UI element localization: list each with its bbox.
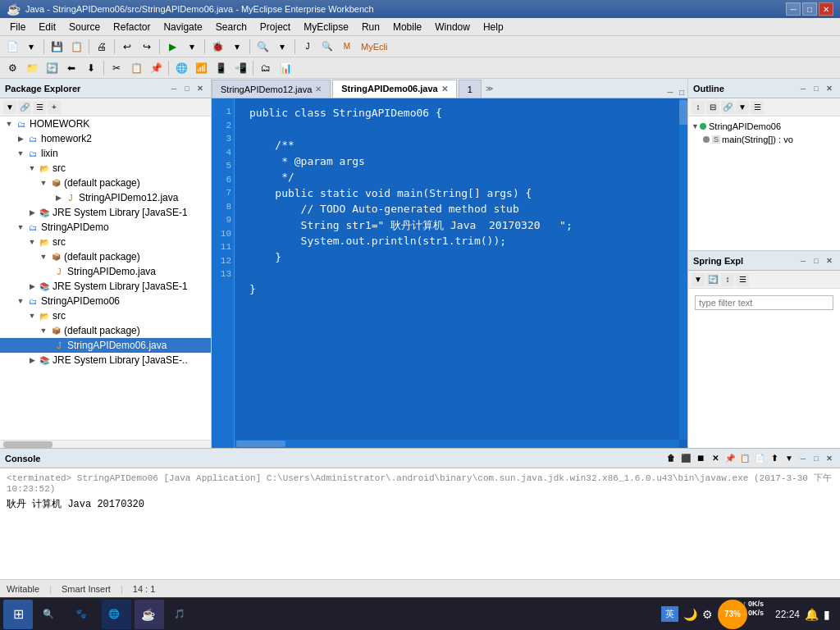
expand-lixin-jre[interactable]: ▶ [26,208,38,217]
spring-maximize-btn[interactable]: □ [810,255,822,267]
tab-close-StringAPIDemo06[interactable]: ✕ [441,84,448,94]
menu-help[interactable]: Help [477,20,510,34]
pe-link-btn[interactable]: 🔗 [18,101,31,114]
menu-mobile[interactable]: Mobile [386,20,428,34]
tree-item-StringAPIDemo06-jre[interactable]: ▶ 📚 JRE System Library [JavaSE-.. [0,353,211,368]
tree-item-StringAPIDemo06-project[interactable]: ▼ 🗂 StringAPIDemo06 [0,294,211,308]
outline-sort-btn[interactable]: ↕ [692,101,705,114]
tray-notifications-icon[interactable]: 🔔 [805,608,819,621]
undo-button[interactable]: ↩ [118,38,136,56]
run-button[interactable]: ▶ [163,38,181,56]
toolbar2-btn1[interactable]: ⚙ [3,59,21,77]
menu-search[interactable]: Search [209,20,253,34]
menu-file[interactable]: File [3,20,32,34]
tree-item-StringAPIDemo06-default-pkg[interactable]: ▼ 📦 (default package) [0,323,211,338]
close-button[interactable]: ✕ [819,2,833,16]
tab-extra[interactable]: 1 [459,80,482,98]
console-close-btn2[interactable]: ✕ [709,452,722,465]
taskbar-ie-btn[interactable]: 🌐 [102,600,131,629]
toolbar2-btn6[interactable]: ✂ [107,59,126,77]
console-panel-minimize[interactable]: ─ [797,453,809,464]
myeclipse-btn[interactable]: M [338,38,356,56]
outline-collapse-btn[interactable]: ▼ [736,101,749,114]
menu-project[interactable]: Project [253,20,297,34]
code-editor[interactable]: 123456 78910111213 public class StringAP… [212,98,687,448]
spring-collapse-btn[interactable]: ▼ [692,273,705,286]
tree-item-StringAPIDemo06-src[interactable]: ▼ 📂 src [0,308,211,323]
code-content[interactable]: public class StringAPIDemo06 { /** * @pa… [221,105,678,297]
sys-tray-widget[interactable]: 73% ↑0K/s ↓0K/s [718,600,747,629]
show-desktop-btn[interactable]: ▮ [824,608,830,621]
expand-StringAPIDemo-default-pkg[interactable]: ▼ [38,253,49,261]
tree-item-StringAPIDemo[interactable]: ▼ 🗂 StringAPIDemo [0,220,211,235]
toolbar2-btn8[interactable]: 📌 [147,59,165,77]
console-terminate-btn[interactable]: ⏹ [694,452,707,465]
expand-lixin-default-pkg[interactable]: ▼ [38,179,49,187]
expand-lixin[interactable]: ▼ [15,149,26,158]
tree-item-StringAPIDemo-jre[interactable]: ▶ 📚 JRE System Library [JavaSE-1 [0,279,211,294]
expand-StringAPIDemo06-src[interactable]: ▼ [26,312,38,320]
spring-minimize-btn[interactable]: ─ [797,255,809,267]
spring-sort-btn[interactable]: ↕ [721,273,734,286]
outline-link-btn[interactable]: 🔗 [721,101,734,114]
debug-dropdown[interactable]: ▾ [228,38,246,56]
perspective-btn[interactable]: J [299,38,317,56]
console-copy-btn[interactable]: 📋 [738,452,751,465]
lang-indicator[interactable]: 英 [661,606,678,622]
maximize-button[interactable]: □ [802,2,817,16]
tree-item-StringAPIDemo12[interactable]: ▶ J StringAPIDemo12.java [0,190,211,205]
editor-panel-minimize[interactable]: ─ [664,86,676,98]
spring-menu-btn[interactable]: ☰ [736,273,749,286]
tray-settings-icon[interactable]: ⚙ [702,608,713,621]
panel-close-btn[interactable]: ✕ [194,83,206,94]
expand-StringAPIDemo[interactable]: ▼ [15,223,26,231]
editor-hscroll[interactable] [235,440,679,448]
expand-StringAPIDemo06-jre[interactable]: ▶ [26,356,38,364]
pe-hscroll[interactable] [0,440,211,448]
taskbar-eclipse-btn[interactable]: ☕ [135,600,164,629]
spring-filter-input[interactable] [695,295,833,310]
run-dropdown[interactable]: ▾ [183,38,201,56]
console-panel-close[interactable]: ✕ [824,453,835,464]
tree-item-StringAPIDemo-src[interactable]: ▼ 📂 src [0,235,211,249]
expand-StringAPIDemo-jre[interactable]: ▶ [26,282,38,290]
tree-item-lixin[interactable]: ▼ 🗂 lixin [0,146,211,161]
menu-refactor[interactable]: Refactor [107,20,157,34]
tab-StringAPIDemo12[interactable]: StringAPIDemo12.java ✕ [212,80,331,98]
outline-menu-btn[interactable]: ☰ [751,101,764,114]
expand-StringAPIDemo06[interactable]: ▼ [15,297,26,305]
expand-homework[interactable]: ▼ [3,120,15,128]
outline-close-btn[interactable]: ✕ [824,83,835,94]
search-dropdown[interactable]: ▾ [273,38,291,56]
spring-close-btn[interactable]: ✕ [824,255,835,267]
toolbar2-btn4[interactable]: ⬅ [62,59,80,77]
toolbar2-btn12[interactable]: 📲 [231,59,249,77]
expand-StringAPIDemo-src[interactable]: ▼ [26,238,38,246]
toolbar2-btn10[interactable]: 📶 [192,59,210,77]
start-button[interactable]: ⊞ [3,600,33,629]
tree-item-lixin-default-pkg[interactable]: ▼ 📦 (default package) [0,176,211,190]
new-button[interactable]: 📄 [3,38,21,56]
tree-item-StringAPIDemo-java[interactable]: J StringAPIDemo.java [0,264,211,279]
debug-button[interactable]: 🐞 [208,38,226,56]
expand-StringAPIDemo06-default-pkg[interactable]: ▼ [38,326,49,335]
console-stop-btn[interactable]: ⬛ [679,452,692,465]
menu-window[interactable]: Window [428,20,477,34]
menu-edit[interactable]: Edit [32,20,62,34]
tree-item-StringAPIDemo06-java[interactable]: J StringAPIDemo06.java [0,338,211,353]
outline-maximize-btn[interactable]: □ [810,83,822,94]
menu-run[interactable]: Run [355,20,386,34]
console-expand-btn[interactable]: ⬆ [768,452,781,465]
spring-refresh-btn[interactable]: 🔄 [706,273,719,286]
panel-maximize-btn[interactable]: □ [181,83,193,94]
new-dropdown[interactable]: ▾ [22,38,40,56]
editor-vscroll[interactable] [679,98,687,440]
menu-navigate[interactable]: Navigate [157,20,208,34]
outline-minimize-btn[interactable]: ─ [797,83,809,94]
taskbar-paw-btn[interactable]: 🐾 [69,600,98,629]
minimize-button[interactable]: ─ [786,2,801,16]
expand-StringAPIDemo12[interactable]: ▶ [52,194,64,202]
console-clear-btn[interactable]: 🗑 [664,452,678,465]
toolbar2-btn13[interactable]: 🗂 [257,59,275,77]
menu-myeclipse[interactable]: MyEclipse [297,20,355,34]
